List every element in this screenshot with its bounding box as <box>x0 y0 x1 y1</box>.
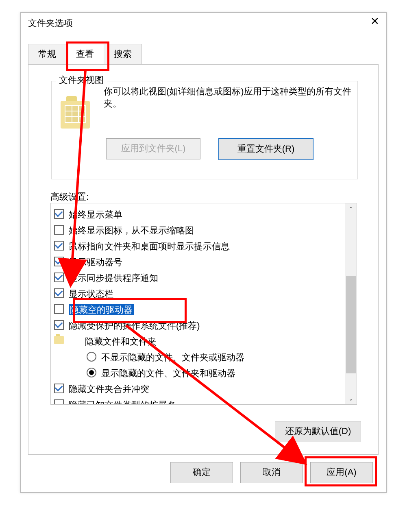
advanced-settings-list[interactable]: 始终显示菜单始终显示图标，从不显示缩略图鼠标指向文件夹和桌面项时显示提示信息显示… <box>50 203 357 405</box>
restore-defaults-button[interactable]: 还原为默认值(D) <box>275 421 361 442</box>
apply-button[interactable]: 应用(A) <box>310 462 373 483</box>
list-item-label: 隐藏文件和文件夹 <box>85 336 157 347</box>
cancel-button[interactable]: 取消 <box>240 462 303 483</box>
tab-search[interactable]: 搜索 <box>104 44 142 65</box>
list-item[interactable]: 始终显示图标，从不显示缩略图 <box>51 222 345 238</box>
list-item-label: 显示同步提供程序通知 <box>69 273 158 283</box>
scroll-up-icon[interactable]: ⌃ <box>345 203 357 215</box>
dialog-title: 文件夹选项 <box>28 17 73 29</box>
checkbox-icon[interactable] <box>54 304 64 314</box>
list-item-label: 隐藏已知文件类型的扩展名 <box>69 400 176 405</box>
checkbox-icon[interactable] <box>54 225 64 235</box>
list-item-label: 隐藏受保护的操作系统文件(推荐) <box>69 321 200 331</box>
list-item-label: 显示隐藏的文件、文件夹和驱动器 <box>101 368 235 378</box>
list-item[interactable]: 显示同步提供程序通知 <box>51 270 345 286</box>
checkbox-icon[interactable] <box>54 273 64 282</box>
list-item[interactable]: 始终显示菜单 <box>51 207 345 222</box>
list-item-label: 显示驱动器号 <box>69 257 122 267</box>
group-label: 文件夹视图 <box>56 74 107 86</box>
list-item[interactable]: 显示驱动器号 <box>51 254 345 270</box>
advanced-settings-label: 高级设置: <box>50 191 89 203</box>
folder-icon <box>61 96 90 129</box>
checkbox-icon[interactable] <box>54 241 64 251</box>
checkbox-icon[interactable] <box>54 257 64 266</box>
folder-icon <box>54 336 64 344</box>
tab-panel-view: 文件夹视图 你可以将此视图(如详细信息或图标)应用于这种类型的所有文件夹。 应用… <box>28 64 379 455</box>
scroll-thumb[interactable] <box>346 276 356 373</box>
title-bar: 文件夹选项 ✕ <box>21 13 386 31</box>
reset-folders-button[interactable]: 重置文件夹(R) <box>218 138 314 160</box>
close-icon[interactable]: ✕ <box>368 15 382 28</box>
list-item-label: 始终显示菜单 <box>69 209 122 220</box>
list-item[interactable]: 显示隐藏的文件、文件夹和驱动器 <box>51 365 345 381</box>
radio-icon[interactable] <box>87 368 96 377</box>
list-item[interactable]: 隐藏文件和文件夹 <box>51 334 345 349</box>
checkbox-icon[interactable] <box>54 320 64 330</box>
list-item-label: 隐藏空的驱动器 <box>69 304 134 315</box>
list-item[interactable]: 隐藏文件夹合并冲突 <box>51 381 345 397</box>
folder-options-dialog: 文件夹选项 ✕ 常规 查看 搜索 文件夹视图 你可以将此视图(如详细信息或图标)… <box>20 12 387 493</box>
group-description: 你可以将此视图(如详细信息或图标)应用于这种类型的所有文件夹。 <box>104 85 352 110</box>
ok-button[interactable]: 确定 <box>170 462 233 483</box>
list-item[interactable]: 隐藏空的驱动器 <box>51 302 345 318</box>
list-item[interactable]: 不显示隐藏的文件、文件夹或驱动器 <box>51 349 345 365</box>
tab-view[interactable]: 查看 <box>66 44 104 65</box>
list-item[interactable]: 鼠标指向文件夹和桌面项时显示提示信息 <box>51 238 345 254</box>
list-item-label: 鼠标指向文件夹和桌面项时显示提示信息 <box>69 241 230 251</box>
list-item[interactable]: 隐藏已知文件类型的扩展名 <box>51 397 345 405</box>
tab-strip: 常规 查看 搜索 <box>28 44 142 65</box>
radio-icon[interactable] <box>87 352 96 362</box>
checkbox-icon[interactable] <box>54 384 64 393</box>
scrollbar[interactable]: ⌃ ⌄ <box>345 203 357 404</box>
list-item-label: 始终显示图标，从不显示缩略图 <box>69 225 194 235</box>
list-item-label: 隐藏文件夹合并冲突 <box>69 384 149 394</box>
scroll-down-icon[interactable]: ⌄ <box>345 393 357 404</box>
apply-to-folders-button: 应用到文件夹(L) <box>106 138 200 159</box>
list-item[interactable]: 显示状态栏 <box>51 286 345 302</box>
checkbox-icon[interactable] <box>54 209 64 219</box>
list-item[interactable]: 隐藏受保护的操作系统文件(推荐) <box>51 318 345 334</box>
checkbox-icon[interactable] <box>54 399 64 405</box>
checkbox-icon[interactable] <box>54 288 64 298</box>
tab-general[interactable]: 常规 <box>28 44 66 65</box>
list-item-label: 不显示隐藏的文件、文件夹或驱动器 <box>101 352 244 362</box>
list-item-label: 显示状态栏 <box>69 289 113 299</box>
folder-views-group: 文件夹视图 你可以将此视图(如详细信息或图标)应用于这种类型的所有文件夹。 应用… <box>51 81 358 179</box>
